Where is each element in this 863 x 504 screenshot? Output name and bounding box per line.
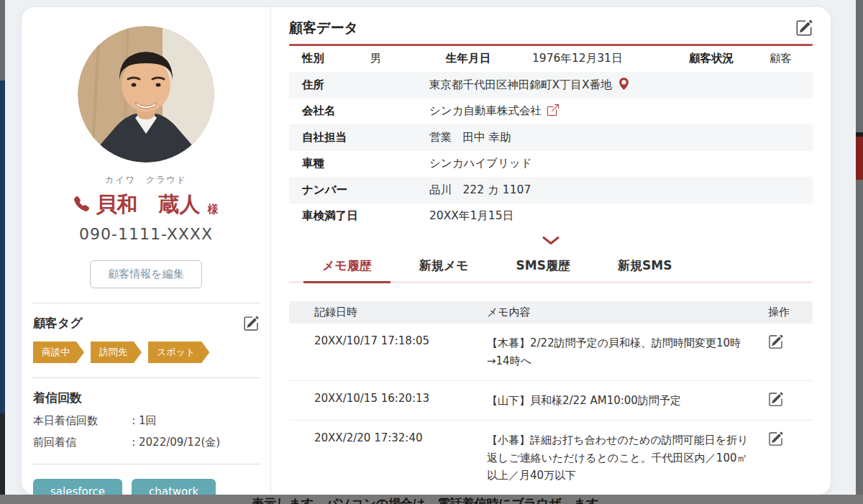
field-label: 性別 (302, 51, 370, 66)
tag-chip: スポット (148, 342, 209, 363)
field-label: 会社名 (302, 104, 429, 119)
customer-data-panel: 顧客データ 性別 男 生年月日 1976年12月31日 顧客状況 顧客 住所 東… (271, 7, 831, 495)
salesforce-button[interactable]: salesforce (33, 479, 122, 495)
memo-row: 20XX/10/17 17:18:05 【木暮】2/22訪問予定の貝和様、訪問時… (289, 324, 813, 380)
call-count-title: 着信回数 (33, 390, 82, 406)
column-header-ops: 操作 (768, 306, 813, 319)
edit-tags-button[interactable] (243, 316, 259, 331)
profile-panel: カイワ クラウド 貝和 蔵人 様 090-1111-XXXX 顧客情報を編集 顧… (22, 7, 271, 495)
field-value: 営業 田中 幸助 (429, 130, 511, 145)
field-value: シンカ自動車株式会社 (429, 104, 542, 119)
divider (32, 377, 260, 378)
video-caption-bar: 表示します。パソコンの場合は、電話着信時にブラウザ…ます (0, 495, 863, 504)
screen-edge-red-segment (856, 137, 863, 180)
memo-datetime: 20XX/2/20 17:32:40 (314, 431, 487, 444)
phone-number: 090-1111-XXXX (33, 225, 259, 243)
external-link-icon[interactable] (547, 104, 559, 119)
honorific-label: 様 (208, 203, 219, 219)
screen-edge-right (856, 0, 863, 504)
memo-datetime: 20XX/10/15 16:20:13 (314, 392, 487, 405)
edit-memo-button[interactable] (768, 392, 783, 407)
chatwork-button[interactable]: chatwork (132, 479, 216, 495)
edit-customer-info-button[interactable]: 顧客情報を編集 (90, 260, 201, 288)
tab-sms-history[interactable]: SMS履歴 (498, 251, 589, 282)
customer-furigana: カイワ クラウド (33, 174, 259, 186)
chevron-down-icon[interactable] (542, 236, 560, 245)
call-count-row: 本日着信回数 ：1回 (33, 414, 259, 428)
customer-data-title: 顧客データ (289, 19, 358, 37)
customer-detail-card: カイワ クラウド 貝和 蔵人 様 090-1111-XXXX 顧客情報を編集 顧… (22, 7, 831, 495)
memo-table-header: 記録日時 メモ内容 操作 (289, 301, 813, 324)
data-row-inspection: 車検満了日 20XX年1月15日 (289, 203, 813, 229)
pencil-square-icon (795, 19, 813, 37)
field-value: 顧客 (770, 51, 792, 66)
field-value: 男 (370, 51, 446, 66)
field-label: 車種 (302, 156, 429, 171)
call-row-label: 前回着信 (33, 436, 128, 449)
customer-name: 貝和 蔵人 (96, 191, 201, 219)
tab-new-sms[interactable]: 新規SMS (599, 251, 690, 282)
memo-content: 【山下】貝和様2/22 AM10:00訪問予定 (487, 392, 768, 410)
pencil-square-icon (243, 316, 259, 331)
call-count-row: 前回着信 ：2022/09/12(金) (33, 436, 259, 449)
tag-chip: 商談中 (33, 342, 84, 363)
memo-row: 20XX/10/15 16:20:13 【山下】貝和様2/22 AM10:00訪… (289, 380, 813, 420)
field-label: 車検満了日 (302, 209, 429, 224)
field-value: 東京都千代田区神田錦町X丁目X番地 (429, 78, 612, 93)
edit-memo-button[interactable] (768, 431, 783, 446)
phone-icon (74, 196, 89, 214)
field-label: 生年月日 (446, 51, 532, 66)
pencil-square-icon (768, 392, 783, 407)
field-value: 1976年12月31日 (532, 51, 689, 66)
data-row-car-model: 車種 シンカハイブリッド (289, 151, 813, 177)
map-pin-icon[interactable] (618, 78, 630, 93)
edit-memo-button[interactable] (768, 334, 783, 349)
field-value: 20XX年1月15日 (429, 209, 513, 224)
data-row-plate: ナンバー 品川 222 カ 1107 (289, 177, 813, 203)
caption-partial-text: 表示します。パソコンの場合は、電話着信時にブラウザ…ます (252, 495, 598, 504)
call-row-value: ：2022/09/12(金) (128, 436, 220, 449)
data-row-company: 会社名 シンカ自動車株式会社 (289, 98, 813, 124)
call-row-value: ：1回 (128, 414, 157, 428)
data-row-basic: 性別 男 生年月日 1976年12月31日 顧客状況 顧客 (289, 46, 813, 72)
divider (32, 464, 260, 464)
field-value: シンカハイブリッド (429, 156, 532, 171)
memo-content: 【小暮】詳細お打ち合わせのための訪問可能日を折り返しご連絡いただけるとのこと。千… (487, 431, 768, 485)
call-row-label: 本日着信回数 (33, 414, 128, 428)
data-row-address: 住所 東京都千代田区神田錦町X丁目X番地 (289, 72, 813, 98)
field-label: 自社担当 (302, 130, 429, 145)
tab-new-memo[interactable]: 新規メモ (401, 251, 488, 282)
pencil-square-icon (768, 431, 783, 446)
avatar (78, 26, 214, 162)
memo-tabs: メモ履歴 新規メモ SMS履歴 新規SMS (289, 251, 813, 283)
field-value: 品川 222 カ 1107 (429, 183, 531, 198)
column-header-datetime: 記録日時 (314, 306, 487, 319)
memo-datetime: 20XX/10/17 17:18:05 (314, 334, 487, 347)
customer-tags-title: 顧客タグ (33, 315, 83, 331)
field-label: 住所 (302, 78, 429, 93)
tab-memo-history[interactable]: メモ履歴 (303, 251, 391, 282)
data-row-rep: 自社担当 営業 田中 幸助 (289, 124, 813, 150)
memo-row: 20XX/2/20 17:32:40 【小暮】詳細お打ち合わせのための訪問可能日… (289, 420, 813, 495)
field-label: ナンバー (302, 183, 429, 198)
field-label: 顧客状況 (689, 51, 770, 66)
column-header-content: メモ内容 (487, 306, 768, 319)
memo-content: 【木暮】2/22訪問予定の貝和様、訪問時間変更10時→14時へ (487, 334, 768, 370)
tag-chip: 訪問先 (91, 342, 142, 363)
divider (32, 303, 260, 303)
screen-edge-left (0, 0, 5, 504)
edit-customer-data-button[interactable] (795, 19, 813, 37)
tags-row: 商談中 訪問先 スポット (33, 342, 259, 363)
pencil-square-icon (768, 334, 783, 349)
